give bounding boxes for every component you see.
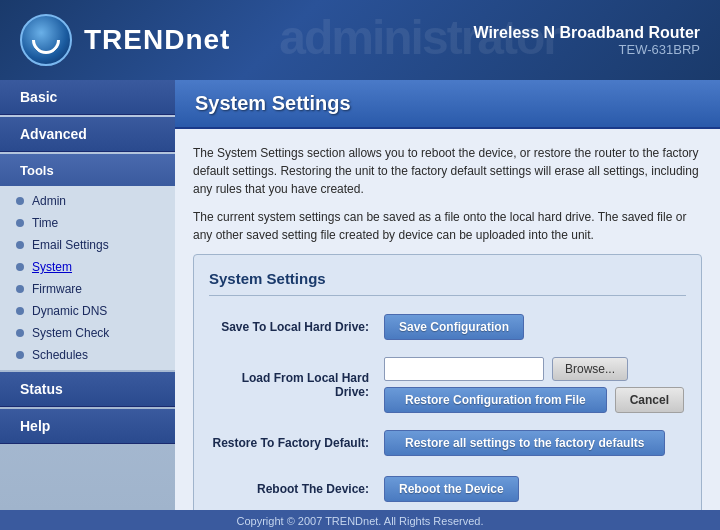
nav-section-basic: Basic (0, 80, 175, 115)
restore-factory-label: Restore To Factory Default: (209, 436, 384, 450)
sidebar-item-advanced[interactable]: Advanced (0, 117, 175, 152)
brand-name: TRENDnet (84, 24, 230, 56)
main-layout: Basic Advanced Tools Admin Time (0, 80, 720, 510)
bullet-icon (16, 351, 24, 359)
reboot-label: Reboot The Device: (209, 482, 384, 496)
load-from-local-label: Load From Local Hard Drive: (209, 371, 384, 399)
reboot-row: Reboot The Device: Reboot the Device (209, 473, 686, 505)
header: TRENDnet administrator Wireless N Broadb… (0, 0, 720, 80)
bullet-icon (16, 241, 24, 249)
description-2: The current system settings can be saved… (193, 208, 702, 244)
product-model: TEW-631BRP (473, 42, 700, 57)
sidebar-item-system-check[interactable]: System Check (0, 322, 175, 344)
reboot-button[interactable]: Reboot the Device (384, 476, 519, 502)
sidebar-item-time[interactable]: Time (0, 212, 175, 234)
save-configuration-button[interactable]: Save Configuration (384, 314, 524, 340)
sidebar-item-firmware[interactable]: Firmware (0, 278, 175, 300)
logo-area: TRENDnet (20, 14, 230, 66)
description-1: The System Settings section allows you t… (193, 144, 702, 198)
page-content: The System Settings section allows you t… (175, 129, 720, 510)
restore-factory-row: Restore To Factory Default: Restore all … (209, 427, 686, 459)
bullet-icon (16, 307, 24, 315)
restore-factory-controls: Restore all settings to the factory defa… (384, 430, 665, 456)
sidebar-item-help[interactable]: Help (0, 409, 175, 444)
sidebar-item-status[interactable]: Status (0, 372, 175, 407)
file-row-top: Browse... (384, 357, 684, 381)
tools-nav-items: Admin Time Email Settings System Firmwar… (0, 186, 175, 370)
bullet-icon (16, 219, 24, 227)
settings-panel-title: System Settings (209, 270, 686, 296)
settings-panel: System Settings Save To Local Hard Drive… (193, 254, 702, 510)
logo-icon (20, 14, 72, 66)
sidebar-item-tools[interactable]: Tools (0, 154, 175, 186)
nav-section-tools: Tools Admin Time Email Settings System (0, 154, 175, 370)
bullet-icon (16, 263, 24, 271)
restore-configuration-button[interactable]: Restore Configuration from File (384, 387, 607, 413)
nav-section-help: Help (0, 409, 175, 444)
footer-text: Copyright © 2007 TRENDnet. All Rights Re… (237, 515, 484, 527)
bullet-icon (16, 329, 24, 337)
nav-section-status: Status (0, 372, 175, 407)
load-controls: Browse... Restore Configuration from Fil… (384, 357, 684, 413)
nav-section-advanced: Advanced (0, 117, 175, 152)
sidebar-item-email[interactable]: Email Settings (0, 234, 175, 256)
load-from-local-row: Load From Local Hard Drive: Browse... Re… (209, 357, 686, 413)
sidebar-item-admin[interactable]: Admin (0, 190, 175, 212)
sidebar-item-basic[interactable]: Basic (0, 80, 175, 115)
file-input[interactable] (384, 357, 544, 381)
sidebar-item-dynamic-dns[interactable]: Dynamic DNS (0, 300, 175, 322)
footer: Copyright © 2007 TRENDnet. All Rights Re… (0, 510, 720, 530)
bullet-icon (16, 285, 24, 293)
content-area: System Settings The System Settings sect… (175, 80, 720, 510)
cancel-button[interactable]: Cancel (615, 387, 684, 413)
product-info: Wireless N Broadband Router TEW-631BRP (473, 24, 700, 57)
save-to-local-label: Save To Local Hard Drive: (209, 320, 384, 334)
restore-factory-button[interactable]: Restore all settings to the factory defa… (384, 430, 665, 456)
sidebar: Basic Advanced Tools Admin Time (0, 80, 175, 510)
page-title-bar: System Settings (175, 80, 720, 129)
bullet-icon (16, 197, 24, 205)
reboot-controls: Reboot the Device (384, 476, 519, 502)
page-title: System Settings (195, 92, 700, 115)
product-title: Wireless N Broadband Router (473, 24, 700, 42)
browse-button[interactable]: Browse... (552, 357, 628, 381)
save-to-local-row: Save To Local Hard Drive: Save Configura… (209, 311, 686, 343)
sidebar-item-system[interactable]: System (0, 256, 175, 278)
save-controls: Save Configuration (384, 314, 524, 340)
sidebar-item-schedules[interactable]: Schedules (0, 344, 175, 366)
